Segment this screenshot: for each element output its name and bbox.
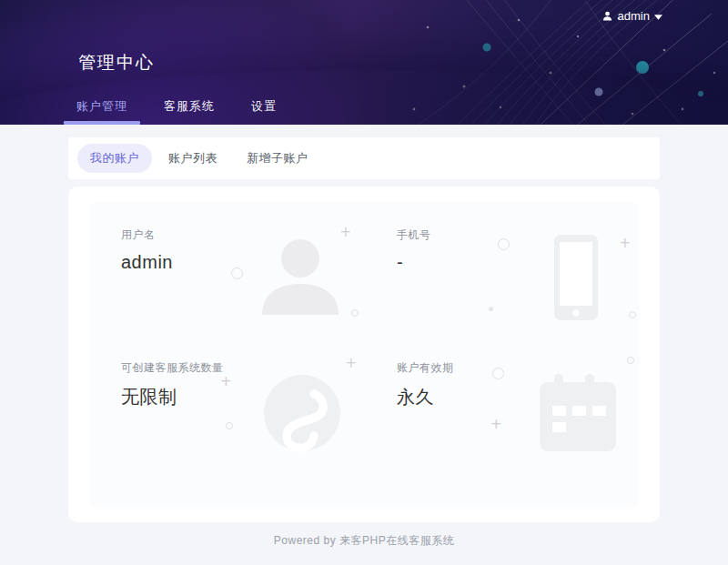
- ring-decoration: [351, 309, 359, 317]
- account-info-card: 用户名 admin + 手机号 -: [68, 187, 660, 522]
- calendar-icon: +: [520, 360, 627, 457]
- item-label: 可创建客服系统数量: [121, 360, 224, 376]
- main-tabs: 账户管理 客服系统 设置: [69, 90, 306, 125]
- plus-decoration: +: [490, 418, 502, 431]
- plus-decoration: +: [345, 357, 357, 370]
- page: admin 管理中心 账户管理 客服系统 设置 我的账户 账户列表 新增子账户 …: [0, 0, 728, 565]
- ring-decoration: [629, 311, 636, 318]
- account-item-username: 用户名 admin +: [88, 202, 364, 335]
- node-dot-gray: [595, 88, 603, 96]
- item-label: 用户名: [121, 227, 173, 243]
- hero-header: admin 管理中心 账户管理 客服系统 设置: [0, 0, 728, 125]
- item-text: 账户有效期 永久: [397, 360, 454, 468]
- dot-decoration: [489, 307, 493, 311]
- user-menu[interactable]: admin: [602, 9, 662, 23]
- plus-decoration: +: [339, 226, 351, 239]
- item-value: 无限制: [121, 385, 224, 409]
- item-label: 手机号: [397, 227, 431, 243]
- item-text: 可创建客服系统数量 无限制: [121, 360, 224, 468]
- ring-decoration: [627, 357, 634, 364]
- item-label: 账户有效期: [397, 360, 454, 376]
- service-swirl-icon: + +: [244, 360, 351, 457]
- node-dot-teal: [636, 61, 649, 74]
- subtab-my-account[interactable]: 我的账户: [77, 144, 152, 173]
- account-item-validity: 账户有效期 永久 +: [364, 335, 640, 468]
- ring-decoration: [231, 267, 243, 279]
- plus-decoration: +: [220, 375, 232, 388]
- account-items-grid: 用户名 admin + 手机号 -: [88, 202, 640, 468]
- powered-by-footer: Powered by 来客PHP在线客服系统: [0, 533, 728, 549]
- subtab-bar: 我的账户 账户列表 新增子账户: [68, 137, 660, 179]
- item-value: 永久: [397, 385, 454, 409]
- subtab-add-subaccount[interactable]: 新增子账户: [234, 144, 321, 173]
- user-icon: +: [244, 227, 351, 324]
- account-item-phone: 手机号 - +: [364, 202, 640, 335]
- plus-decoration: +: [619, 237, 631, 250]
- ring-decoration: [492, 368, 504, 379]
- item-text: 手机号 -: [397, 227, 431, 335]
- ring-decoration: [226, 422, 233, 429]
- item-value: -: [397, 252, 431, 273]
- subtab-account-list[interactable]: 账户列表: [156, 144, 230, 173]
- node-dot-teal-small: [483, 44, 491, 52]
- chevron-down-icon: [654, 9, 662, 23]
- phone-icon: +: [520, 227, 627, 324]
- network-lines-decoration: [391, 0, 728, 125]
- tab-settings[interactable]: 设置: [244, 90, 284, 125]
- tab-customer-service-system[interactable]: 客服系统: [157, 90, 222, 125]
- item-value: admin: [121, 252, 173, 273]
- tab-account-management[interactable]: 账户管理: [69, 90, 135, 125]
- ring-decoration: [498, 238, 510, 250]
- page-title: 管理中心: [78, 51, 155, 75]
- person-icon: [602, 10, 613, 22]
- item-text: 用户名 admin: [121, 227, 173, 335]
- account-item-system-quota: 可创建客服系统数量 无限制 + +: [88, 335, 364, 468]
- user-name: admin: [618, 9, 650, 23]
